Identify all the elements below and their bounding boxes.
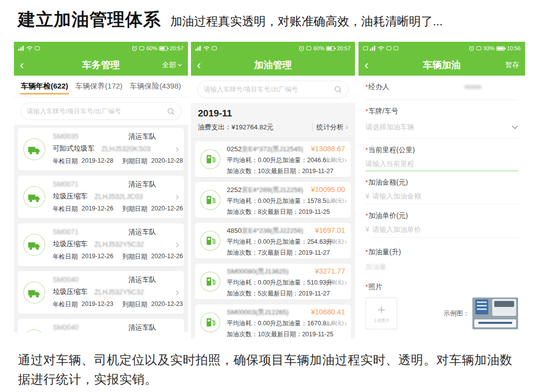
price-input[interactable] — [372, 225, 518, 233]
status-right: 60% 20:57 — [299, 45, 351, 51]
stats-analysis-label: 统计分析 — [317, 123, 344, 132]
fleet-name: 清运车队 — [128, 323, 156, 332]
vehicle-card[interactable]: SM0040清运车队 垃圾压缩车ZLHJ532Y5C32 年检日期2019-12… — [18, 271, 184, 314]
search-box[interactable] — [197, 81, 349, 98]
status-left-icons — [363, 46, 398, 51]
fueling-card[interactable]: SM00003(黑J12265) ¥10680.41 金额(元)› 平均油耗：0… — [195, 304, 351, 338]
battery-icon — [326, 46, 335, 51]
avg-fuel-value: 0.00升 — [258, 279, 276, 286]
total-fuel-label: 总加油量： — [276, 279, 307, 286]
expire-date: 2020-12-26 — [151, 253, 183, 261]
fueling-times-label: 加油次数： — [227, 290, 258, 297]
total-fuel-label: 总加油量： — [276, 320, 307, 327]
vehicle-card[interactable]: SM0035清运车队 可卸式垃圾车ZLHJ5320KS03 年检日期2019-1… — [18, 128, 184, 171]
latest-date-value: 2019-11-25 — [302, 331, 333, 338]
wifi-icon — [26, 46, 33, 51]
price-field-label: * 加油单价(元) — [365, 211, 518, 220]
battery-icon — [496, 46, 505, 51]
status-left-icons — [195, 46, 217, 51]
search-icon — [334, 86, 342, 94]
nav-title: 车辆加油 — [423, 59, 461, 72]
total-fuel-label: 总加油量： — [276, 157, 307, 164]
back-icon[interactable]: ‹ — [364, 59, 368, 71]
tab-annual-inspection[interactable]: 车辆年检(622) — [20, 76, 69, 97]
fueling-list: 0252京E4*372(黑J12545) ¥13088.67 金额(元)› 平均… — [191, 138, 355, 338]
fueling-times-value: 10次 — [258, 331, 271, 338]
expire-date: 2020-12-28 — [151, 157, 183, 166]
fueling-card[interactable]: 0252京E4*372(黑J12545) ¥13088.67 金额(元)› 平均… — [195, 141, 351, 177]
truck-icon — [23, 282, 45, 303]
required-asterisk: * — [365, 179, 368, 186]
fleet-name: 清运车队 — [128, 180, 156, 189]
mileage-field[interactable] — [365, 160, 518, 168]
search-input[interactable] — [27, 107, 163, 115]
vehicle-select-placeholder: 请选择加油车辆 — [365, 123, 512, 132]
fueling-card[interactable]: 4850京E4*238(黑J22256) ¥1697.01 金额(元)› 平均油… — [195, 223, 351, 259]
photo-field-label: * 照片 — [365, 283, 518, 292]
phone-vehicle-fueling-form: 93% 10:56 ‹ 车辆加油 暂存 * 经办人 * 车牌/车号 — [358, 42, 525, 330]
fueling-times-label: 加油次数： — [227, 208, 258, 215]
filter-all-button[interactable]: 全部 — [162, 61, 182, 70]
vehicle-type: 垃圾压缩车 — [53, 288, 88, 296]
search-input[interactable] — [204, 86, 330, 93]
wifi-icon — [378, 46, 384, 51]
amount-field[interactable]: ¥ — [365, 192, 518, 200]
amount-input[interactable] — [372, 192, 518, 200]
check-date: 2019-12-23 — [82, 300, 113, 309]
total-fuel-label: 总加油量： — [276, 197, 307, 204]
operator-field-label: * 经办人 — [365, 83, 518, 92]
back-icon[interactable]: ‹ — [197, 59, 201, 71]
status-time: 10:56 — [507, 45, 521, 51]
expire-date-label: 到期日期 — [122, 205, 147, 213]
fueling-card[interactable]: SM00080(黑J13625) ¥3271.77 金额(元)› 平均油耗：0.… — [195, 264, 351, 299]
filter-all-label: 全部 — [162, 61, 176, 70]
mileage-input[interactable] — [365, 160, 518, 168]
volume-input[interactable] — [365, 263, 518, 271]
status-left-icons — [18, 46, 40, 51]
check-date-label: 年检日期 — [53, 253, 78, 261]
vehicle-list: SM0035清运车队 可卸式垃圾车ZLHJ5320KS03 年检日期2019-1… — [14, 125, 188, 332]
chevron-right-icon: › — [344, 278, 347, 287]
fueling-amount: ¥3271.77 — [315, 267, 345, 275]
fleet-name: 清运车队 — [128, 276, 156, 285]
nav-title: 车务管理 — [82, 59, 120, 72]
alarm-icon — [469, 46, 474, 51]
sample-photo — [472, 297, 518, 329]
status-time: 20:57 — [337, 45, 351, 51]
temp-save-button[interactable]: 暂存 — [505, 61, 519, 70]
vehicle-card[interactable]: SM0040清运车队 — [18, 319, 184, 332]
latest-date-label: 最新日期： — [268, 249, 299, 256]
status-bar: 60% 20:57 — [191, 42, 355, 55]
vehicle-plate: ZLHJ5320KS03 — [101, 145, 151, 153]
fueling-times-value: 8次 — [258, 208, 268, 215]
vehicle-card[interactable]: SM0071清运车队 垃圾压缩车ZLHJ532Y5C32 年检日期2019-12… — [18, 223, 184, 266]
latest-date-label: 最新日期： — [271, 168, 302, 175]
fuel-pump-icon — [200, 149, 220, 169]
nav-bar: ‹ 车辆加油 暂存 — [358, 55, 525, 76]
avg-fuel-label: 平均油耗： — [227, 238, 258, 245]
battery-percent: 60% — [313, 45, 324, 51]
tab-maintenance[interactable]: 车辆保养(172) — [74, 76, 123, 97]
phone-vehicle-management: 60% 20:57 ‹ 车务管理 全部 车辆年检(622) 车辆保养(172) … — [14, 42, 188, 332]
nav-bar: ‹ 车务管理 全部 — [14, 55, 188, 76]
upload-photo-button[interactable]: + 上传图片 — [365, 297, 397, 329]
photo-upload-row: + 上传图片 示例图： — [365, 297, 518, 329]
stats-analysis-link[interactable]: 统计分析 › — [312, 123, 348, 132]
volume-field[interactable] — [365, 263, 518, 271]
vehicle-select[interactable]: 请选择加油车辆 — [365, 123, 518, 132]
fueling-title-blurred: 京E4*238(黑J22256) — [242, 227, 303, 234]
price-field[interactable]: ¥ — [365, 225, 518, 233]
chevron-right-icon: › — [344, 156, 347, 164]
fueling-card[interactable]: 2252京E4*289(黑J12258) ¥10095.00 金额(元)› 平均… — [195, 182, 351, 218]
back-icon[interactable]: ‹ — [20, 59, 24, 71]
vehicle-card[interactable]: SM0071清运车队 垃圾压缩车ZLHJ532LJC03 年检日期2019-12… — [18, 176, 184, 218]
volume-field-label: * 加油量(升) — [365, 248, 518, 257]
vehicle-plate: ZLHJ532LJC03 — [94, 193, 143, 200]
total-fuel-label: 总加油量： — [276, 238, 307, 245]
tab-insurance[interactable]: 车辆保险(4398) — [129, 76, 182, 97]
fueling-amount: ¥10680.41 — [311, 308, 345, 316]
fueling-title: 0252 — [227, 145, 242, 153]
chevron-down-icon — [178, 64, 182, 67]
search-box[interactable] — [20, 102, 181, 120]
chevron-down-icon — [512, 125, 518, 129]
